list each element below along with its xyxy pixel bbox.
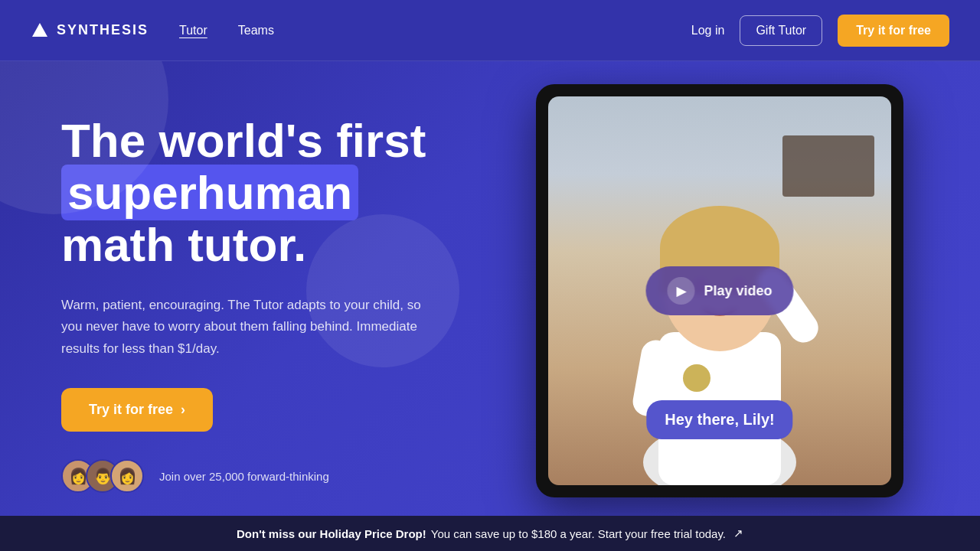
banner-regular-text: You can save up to $180 a year. Start yo… <box>431 527 726 540</box>
synthesis-logo-icon <box>31 21 49 40</box>
video-area: ▶ Play video Hey there, Lily! <box>548 96 891 485</box>
hero-title-line3: math tutor. <box>61 218 306 271</box>
arrow-icon: › <box>181 402 185 418</box>
login-button[interactable]: Log in <box>691 24 725 37</box>
nav-teams[interactable]: Teams <box>238 24 274 37</box>
svg-marker-0 <box>32 23 47 37</box>
avatar-3: 👩 <box>110 459 144 493</box>
chat-bubble: Hey there, Lily! <box>646 400 792 439</box>
banner-link-icon[interactable]: ↗ <box>733 527 743 540</box>
social-proof: 👩 👨 👩 Join over 25,000 forward-thinking <box>61 459 505 493</box>
gift-tutor-button[interactable]: Gift Tutor <box>740 15 822 46</box>
logo-text: SYNTHESIS <box>57 22 149 38</box>
try-free-hero-button[interactable]: Try it for free › <box>61 388 213 432</box>
header-right: Log in Gift Tutor Try it for free <box>691 15 949 47</box>
main-content: The world's first superhuman math tutor.… <box>0 61 980 520</box>
social-proof-text: Join over 25,000 forward-thinking <box>159 470 329 483</box>
header-left: SYNTHESIS Tutor Teams <box>31 21 274 40</box>
svg-point-11 <box>683 364 710 392</box>
deco-circle-2 <box>306 214 459 367</box>
try-free-hero-label: Try it for free <box>89 402 173 418</box>
avatar-3-inner: 👩 <box>112 461 142 491</box>
avatar-group: 👩 👨 👩 <box>61 459 135 493</box>
bottom-banner: Don't miss our Holiday Price Drop! You c… <box>0 516 980 551</box>
logo: SYNTHESIS <box>31 21 149 40</box>
banner-bold-text: Don't miss our Holiday Price Drop! <box>237 527 426 540</box>
nav-tutor[interactable]: Tutor <box>179 24 207 37</box>
header: SYNTHESIS Tutor Teams Log in Gift Tutor … <box>0 0 980 61</box>
play-circle-icon: ▶ <box>667 277 694 305</box>
play-video-button[interactable]: ▶ Play video <box>645 266 793 315</box>
play-video-label: Play video <box>704 283 772 299</box>
try-free-header-button[interactable]: Try it for free <box>838 15 949 47</box>
tablet-frame: ▶ Play video Hey there, Lily! <box>536 84 903 497</box>
hero-right: ▶ Play video Hey there, Lily! <box>536 84 903 497</box>
